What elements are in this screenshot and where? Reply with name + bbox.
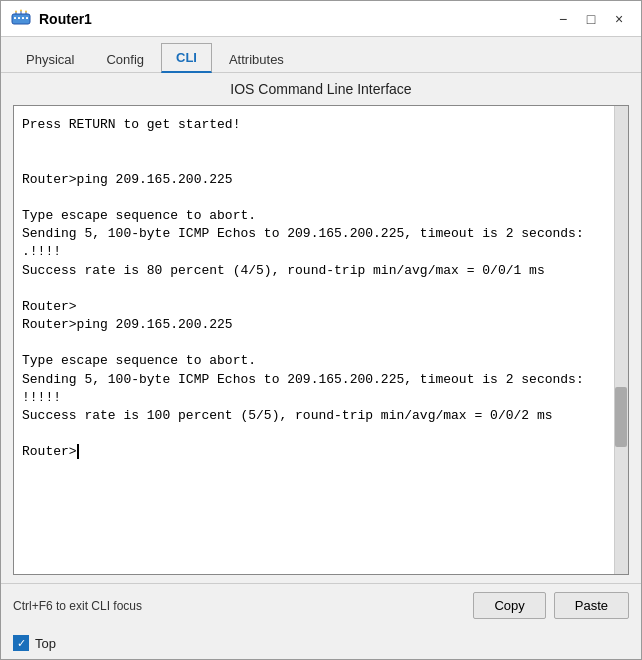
content-area: IOS Command Line Interface Press RETURN … [1,73,641,583]
section-title: IOS Command Line Interface [13,81,629,97]
cli-hint: Ctrl+F6 to exit CLI focus [13,599,465,613]
copy-button[interactable]: Copy [473,592,545,619]
tab-attributes[interactable]: Attributes [214,45,299,73]
svg-rect-4 [26,17,28,19]
tab-physical[interactable]: Physical [11,45,89,73]
top-checkbox-wrap[interactable]: ✓ Top [13,635,56,651]
svg-point-8 [15,10,17,12]
top-checkbox[interactable]: ✓ [13,635,29,651]
minimize-button[interactable]: − [551,7,575,31]
footer-bar: ✓ Top [1,627,641,659]
tab-bar: Physical Config CLI Attributes [1,37,641,73]
close-button[interactable]: × [607,7,631,31]
scrollbar-thumb[interactable] [615,387,627,447]
window-controls: − □ × [551,7,631,31]
maximize-button[interactable]: □ [579,7,603,31]
svg-point-9 [20,9,22,11]
svg-rect-1 [14,17,16,19]
router1-window: Router1 − □ × Physical Config CLI Attrib… [0,0,642,660]
title-bar: Router1 − □ × [1,1,641,37]
paste-button[interactable]: Paste [554,592,629,619]
svg-rect-3 [22,17,24,19]
terminal-output[interactable]: Press RETURN to get started! Router>ping… [14,106,614,574]
bottom-bar: Ctrl+F6 to exit CLI focus Copy Paste [1,583,641,627]
svg-point-10 [25,10,27,12]
tab-cli[interactable]: CLI [161,43,212,73]
top-checkbox-label: Top [35,636,56,651]
scrollbar-track[interactable] [614,106,628,574]
router-icon [11,9,31,29]
tab-config[interactable]: Config [91,45,159,73]
window-title: Router1 [39,11,543,27]
terminal-wrapper: Press RETURN to get started! Router>ping… [13,105,629,575]
svg-rect-2 [18,17,20,19]
